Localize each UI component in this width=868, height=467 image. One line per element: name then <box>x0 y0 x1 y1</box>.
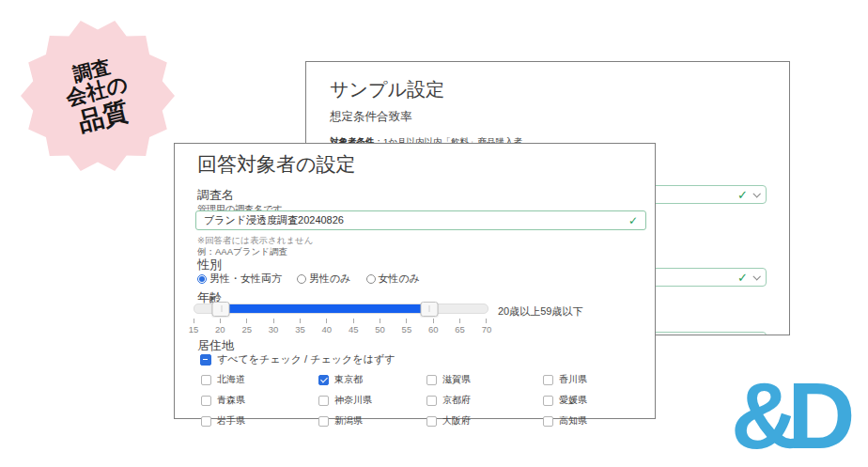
prefecture-item[interactable]: 東京都 <box>318 373 426 386</box>
radio-option-female-only[interactable]: 女性のみ <box>366 272 421 286</box>
prefecture-item[interactable]: 高知県 <box>543 414 637 428</box>
prefecture-checkbox[interactable] <box>426 416 437 427</box>
tick-label: 25 <box>241 324 252 335</box>
respondent-settings-panel: 回答対象者の設定 調査名 管理用の調査名です。 ✓ ※回答者には表示されません … <box>174 143 656 419</box>
prefecture-grid: 北海道 東京都 滋賀県 香川県 青森県 神奈川県 京都府 愛媛県 岩手県 新潟県… <box>201 369 637 431</box>
survey-name-input[interactable] <box>196 215 628 226</box>
check-all-checkbox[interactable] <box>200 354 211 366</box>
tick-label: 60 <box>428 324 439 335</box>
prefecture-item[interactable]: 香川県 <box>543 373 637 386</box>
prefecture-checkbox[interactable] <box>318 375 329 385</box>
quality-badge: 調査 会社の 品質 <box>21 19 175 173</box>
tick-label: 20 <box>215 324 225 335</box>
tick-label: 55 <box>402 324 412 335</box>
prefecture-label: 新潟県 <box>334 414 363 428</box>
tick-label: 40 <box>322 324 333 335</box>
tick-label: 15 <box>189 324 199 335</box>
tick-label: 70 <box>482 324 492 335</box>
prefecture-item[interactable]: 愛媛県 <box>543 394 637 407</box>
prefecture-checkbox[interactable] <box>426 375 437 385</box>
sample-settings-title: サンプル設定 <box>330 77 444 102</box>
prefecture-label: 滋賀県 <box>442 373 471 386</box>
prefecture-label: 香川県 <box>559 373 587 386</box>
age-range-text: 20歳以上59歳以下 <box>498 304 582 319</box>
prefecture-label: 大阪府 <box>442 414 471 428</box>
chevron-down-icon <box>752 272 760 280</box>
age-tick-scale: 15 20 25 30 35 40 45 50 55 60 65 70 <box>194 319 487 335</box>
prefecture-item[interactable]: 京都府 <box>426 394 543 407</box>
slider-handle-min[interactable] <box>212 302 230 317</box>
prefecture-label: 神奈川県 <box>334 394 372 407</box>
radio-label: 女性のみ <box>379 272 421 286</box>
age-range-slider[interactable] <box>194 304 488 314</box>
radio-option-both[interactable]: 男性・女性両方 <box>197 272 282 286</box>
radio-icon[interactable] <box>366 274 376 284</box>
slider-handle-max[interactable] <box>420 302 438 317</box>
radio-icon[interactable] <box>297 274 306 284</box>
prefecture-label: 東京都 <box>334 373 363 386</box>
tick-label: 30 <box>269 324 279 335</box>
check-all-toggle[interactable]: すべてをチェック / チェックをはずす <box>200 352 395 366</box>
prefecture-checkbox[interactable] <box>543 416 553 427</box>
prefecture-label: 岩手県 <box>217 414 245 428</box>
prefecture-item[interactable]: 大阪府 <box>426 414 543 428</box>
prefecture-checkbox[interactable] <box>543 396 553 406</box>
prefecture-checkbox[interactable] <box>201 416 211 427</box>
valid-check-icon: ✓ <box>737 272 748 284</box>
prefecture-item[interactable]: 青森県 <box>201 394 318 407</box>
prefecture-item[interactable]: 北海道 <box>201 373 318 386</box>
tick-label: 65 <box>455 324 465 335</box>
valid-check-icon: ✓ <box>737 189 748 201</box>
gender-radio-group: 男性・女性両方 男性のみ 女性のみ <box>197 272 420 286</box>
and-d-logo: &D <box>731 368 844 462</box>
prefecture-label: 高知県 <box>559 414 587 428</box>
tick-label: 50 <box>375 324 385 335</box>
prefecture-item[interactable]: 滋賀県 <box>426 373 543 386</box>
prefecture-checkbox[interactable] <box>201 375 211 385</box>
prefecture-item[interactable]: 神奈川県 <box>318 394 426 407</box>
prefecture-item[interactable]: 岩手県 <box>201 414 318 428</box>
chevron-down-icon <box>752 190 760 197</box>
quality-badge-text: 調査 会社の 品質 <box>58 53 136 138</box>
radio-icon[interactable] <box>197 274 207 284</box>
slider-fill <box>221 304 428 313</box>
tick-label: 35 <box>295 324 305 335</box>
radio-option-male-only[interactable]: 男性のみ <box>297 272 351 286</box>
radio-label: 男性・女性両方 <box>209 272 282 286</box>
prefecture-checkbox[interactable] <box>318 416 329 427</box>
valid-check-icon: ✓ <box>628 215 638 226</box>
prefecture-checkbox[interactable] <box>201 396 211 406</box>
prefecture-checkbox[interactable] <box>543 375 553 385</box>
survey-name-field: ✓ <box>195 210 646 230</box>
prefecture-checkbox[interactable] <box>426 396 437 406</box>
prefecture-label: 京都府 <box>442 394 471 407</box>
tick-label: 45 <box>349 324 359 335</box>
prefecture-label: 青森県 <box>217 394 245 407</box>
prefecture-item[interactable]: 新潟県 <box>318 414 426 428</box>
prefecture-label: 北海道 <box>217 373 245 386</box>
prefecture-label: 愛媛県 <box>559 394 587 407</box>
match-rate-label: 想定条件合致率 <box>330 109 412 125</box>
survey-name-label: 調査名 <box>197 187 234 204</box>
prefecture-checkbox[interactable] <box>318 396 329 406</box>
respondent-settings-title: 回答対象者の設定 <box>197 151 356 178</box>
radio-label: 男性のみ <box>309 272 351 286</box>
check-all-label: すべてをチェック / チェックをはずす <box>217 352 395 366</box>
